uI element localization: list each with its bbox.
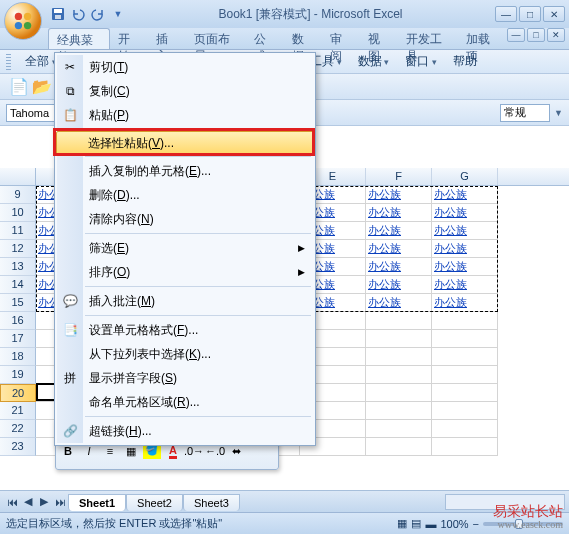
row-header-21[interactable]: 21: [0, 402, 36, 420]
row-header-9[interactable]: 9: [0, 186, 36, 204]
doc-close-button[interactable]: ✕: [547, 28, 565, 42]
cell-G10[interactable]: 办公族: [432, 204, 498, 222]
doc-restore-button[interactable]: □: [527, 28, 545, 42]
cell-F9[interactable]: 办公族: [366, 186, 432, 204]
row-header-15[interactable]: 15: [0, 294, 36, 312]
cell-F21[interactable]: [366, 402, 432, 420]
new-icon[interactable]: 📄: [9, 77, 29, 97]
tab-view[interactable]: 视图: [360, 28, 398, 49]
cell-G21[interactable]: [432, 402, 498, 420]
row-header-20[interactable]: 20: [0, 384, 36, 402]
cell-G20[interactable]: [432, 384, 498, 402]
cell-G16[interactable]: [432, 312, 498, 330]
cell-F11[interactable]: 办公族: [366, 222, 432, 240]
cell-F16[interactable]: [366, 312, 432, 330]
cell-G17[interactable]: [432, 330, 498, 348]
col-header-F[interactable]: F: [366, 168, 432, 185]
row-header-18[interactable]: 18: [0, 348, 36, 366]
cell-G13[interactable]: 办公族: [432, 258, 498, 276]
cell-F18[interactable]: [366, 348, 432, 366]
menu-item-8[interactable]: 清除内容(N): [57, 207, 313, 231]
cell-G15[interactable]: 办公族: [432, 294, 498, 312]
cell-G18[interactable]: [432, 348, 498, 366]
row-header-19[interactable]: 19: [0, 366, 36, 384]
menu-item-17[interactable]: 拼显示拼音字段(S): [57, 366, 313, 390]
last-sheet-icon[interactable]: ⏭: [52, 494, 68, 510]
menu-item-18[interactable]: 命名单元格区域(R)...: [57, 390, 313, 414]
menu-item-16[interactable]: 从下拉列表中选择(K)...: [57, 342, 313, 366]
menu-item-6[interactable]: 插入复制的单元格(E)...: [57, 159, 313, 183]
cell-F19[interactable]: [366, 366, 432, 384]
tab-page-layout[interactable]: 页面布局: [186, 28, 246, 49]
row-header-22[interactable]: 22: [0, 420, 36, 438]
cell-F23[interactable]: [366, 438, 432, 456]
sheet-tab-1[interactable]: Sheet1: [68, 494, 126, 511]
cell-G12[interactable]: 办公族: [432, 240, 498, 258]
cell-G11[interactable]: 办公族: [432, 222, 498, 240]
cell-F13[interactable]: 办公族: [366, 258, 432, 276]
redo-icon[interactable]: [90, 6, 106, 22]
save-icon[interactable]: [50, 6, 66, 22]
cell-F10[interactable]: 办公族: [366, 204, 432, 222]
menu-item-1[interactable]: ⧉复制(C): [57, 79, 313, 103]
tab-insert[interactable]: 插入: [148, 28, 186, 49]
sheet-tab-3[interactable]: Sheet3: [183, 494, 240, 511]
view-normal-icon[interactable]: ▦: [397, 517, 407, 530]
cell-G19[interactable]: [432, 366, 498, 384]
cell-G14[interactable]: 办公族: [432, 276, 498, 294]
cell-F12[interactable]: 办公族: [366, 240, 432, 258]
zoom-level[interactable]: 100%: [440, 518, 468, 530]
select-all-corner[interactable]: [0, 168, 36, 186]
sheet-tab-2[interactable]: Sheet2: [126, 494, 183, 511]
menu-item-11[interactable]: 排序(O)▶: [57, 260, 313, 284]
first-sheet-icon[interactable]: ⏮: [4, 494, 20, 510]
menu-item-7[interactable]: 删除(D)...: [57, 183, 313, 207]
row-header-13[interactable]: 13: [0, 258, 36, 276]
row-header-23[interactable]: 23: [0, 438, 36, 456]
next-sheet-icon[interactable]: ▶: [36, 494, 52, 510]
cell-F15[interactable]: 办公族: [366, 294, 432, 312]
row-header-10[interactable]: 10: [0, 204, 36, 222]
cell-F20[interactable]: [366, 384, 432, 402]
tab-home[interactable]: 开始: [110, 28, 148, 49]
zoom-out-icon[interactable]: −: [473, 518, 479, 530]
menu-help[interactable]: 帮助: [447, 51, 483, 72]
row-header-14[interactable]: 14: [0, 276, 36, 294]
tab-data[interactable]: 数据: [284, 28, 322, 49]
cell-G23[interactable]: [432, 438, 498, 456]
office-button[interactable]: [4, 2, 42, 40]
tab-formulas[interactable]: 公式: [246, 28, 284, 49]
col-header-G[interactable]: G: [432, 168, 498, 185]
tab-classic-menu[interactable]: 经典菜单: [48, 28, 110, 49]
row-header-16[interactable]: 16: [0, 312, 36, 330]
menu-window[interactable]: 窗口: [399, 51, 443, 72]
close-button[interactable]: ✕: [543, 6, 565, 22]
tab-review[interactable]: 审阅: [322, 28, 360, 49]
doc-minimize-button[interactable]: —: [507, 28, 525, 42]
menu-item-10[interactable]: 筛选(E)▶: [57, 236, 313, 260]
cell-G22[interactable]: [432, 420, 498, 438]
number-format-select[interactable]: 常规: [500, 104, 550, 122]
row-header-11[interactable]: 11: [0, 222, 36, 240]
row-header-17[interactable]: 17: [0, 330, 36, 348]
menu-item-2[interactable]: 📋粘贴(P): [57, 103, 313, 127]
menu-item-20[interactable]: 🔗超链接(H)...: [57, 419, 313, 443]
minimize-button[interactable]: —: [495, 6, 517, 22]
row-header-12[interactable]: 12: [0, 240, 36, 258]
menu-item-0[interactable]: ✂剪切(T): [57, 55, 313, 79]
tab-developer[interactable]: 开发工具: [398, 28, 458, 49]
cell-F17[interactable]: [366, 330, 432, 348]
cell-G9[interactable]: 办公族: [432, 186, 498, 204]
cell-F14[interactable]: 办公族: [366, 276, 432, 294]
menu-item-15[interactable]: 📑设置单元格格式(F)...: [57, 318, 313, 342]
undo-icon[interactable]: [70, 6, 86, 22]
cell-F22[interactable]: [366, 420, 432, 438]
menu-item-13[interactable]: 💬插入批注(M): [57, 289, 313, 313]
qat-customize-icon[interactable]: ▼: [110, 6, 126, 22]
view-layout-icon[interactable]: ▤: [411, 517, 421, 530]
maximize-button[interactable]: □: [519, 6, 541, 22]
tab-addins[interactable]: 加载项: [458, 28, 507, 49]
menu-item-4[interactable]: 选择性粘贴(V)...: [56, 131, 314, 155]
menu-data[interactable]: 数据: [352, 51, 396, 72]
prev-sheet-icon[interactable]: ◀: [20, 494, 36, 510]
